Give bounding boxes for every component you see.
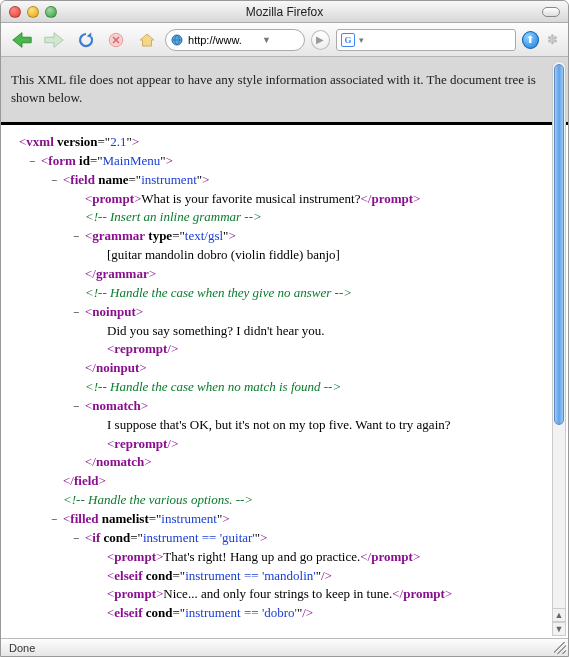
go-button[interactable]: ▶ [311,30,330,50]
status-text: Done [9,642,35,654]
url-bar[interactable]: ▼ [165,29,305,51]
field-close-tag: </field> [63,472,550,491]
xml-comment: <!-- Handle the case when no match is fo… [85,378,550,397]
expand-toggle[interactable]: − [73,305,83,321]
scroll-down-button[interactable]: ▼ [552,622,566,636]
grammar-open-tag: <grammar type="text/gsl"> [85,228,236,243]
activity-throbber: ✽ [545,32,560,48]
window-titlebar: Mozilla Firefox [1,1,568,23]
expand-toggle[interactable]: − [73,399,83,415]
if-open-tag: <if cond="instrument == 'guitar'"> [85,530,267,545]
prompt-line: <prompt>What is your favorite musical in… [85,190,550,209]
titlebar-pill-button[interactable] [542,7,560,17]
expand-toggle[interactable]: − [29,154,39,170]
home-button[interactable] [135,28,159,52]
expand-toggle[interactable]: − [73,531,83,547]
expand-toggle[interactable]: − [51,173,61,189]
search-dropdown-icon[interactable]: ▾ [359,35,369,45]
stop-icon [107,31,125,49]
xml-notice: This XML file does not appear to have an… [1,57,568,125]
prompt-line: <prompt>Boy, that's no fun to learn, is … [107,623,550,626]
xml-tree: − <vxml version="2.1"> − <form id="MainM… [1,125,550,626]
site-favicon [170,33,184,47]
form-open-tag: <form id="MainMenu"> [41,153,173,168]
reprompt-tag: <reprompt/> [107,340,550,359]
elseif-tag: <elseif cond="instrument == 'mandolin'"/… [107,567,550,586]
nomatch-text: I suppose that's OK, but it's not on my … [107,416,550,435]
xml-comment: <!-- Insert an inline grammar --> [85,208,550,227]
stop-button[interactable] [104,28,128,52]
url-input[interactable] [188,34,258,46]
grammar-text: [guitar mandolin dobro (violin fiddle) b… [107,246,550,265]
search-bar[interactable]: G ▾ [336,29,516,51]
scrollbar-thumb[interactable] [554,64,564,425]
xml-comment: <!-- Handle the various options. --> [63,491,550,510]
expand-toggle[interactable]: − [51,512,61,528]
grammar-close-tag: </grammar> [85,265,550,284]
url-dropdown-icon[interactable]: ▼ [262,35,276,45]
vertical-scrollbar[interactable] [552,61,566,618]
expand-toggle[interactable]: − [73,229,83,245]
throbber-icon: ✽ [547,32,558,47]
scroll-up-button[interactable]: ▲ [552,608,566,622]
status-bar: Done [1,638,568,656]
search-engine-icon[interactable]: G [341,33,355,47]
noinput-open-tag: <noinput> [85,304,143,319]
upload-indicator[interactable]: ⬆ [522,31,539,49]
window-title: Mozilla Firefox [1,5,568,19]
noinput-close-tag: </noinput> [85,359,550,378]
up-arrow-icon: ⬆ [526,34,534,45]
xml-comment: <!-- Handle the case when they give no a… [85,284,550,303]
forward-button[interactable] [41,28,67,52]
home-icon [138,31,156,49]
vxml-open-tag: <vxml version="2.1"> [19,134,139,149]
elseif-tag: <elseif cond="instrument == 'dobro'"/> [107,604,550,623]
expand-toggle[interactable]: − [1,135,3,151]
nomatch-open-tag: <nomatch> [85,398,148,413]
go-arrow-icon: ▶ [316,34,324,45]
reload-icon [77,31,95,49]
nomatch-close-tag: </nomatch> [85,453,550,472]
search-input[interactable] [373,34,511,46]
prompt-line: <prompt>Nice... and only four strings to… [107,585,550,604]
filled-open-tag: <filled namelist="instrument"> [63,511,230,526]
resize-grip[interactable] [554,642,566,654]
field-open-tag: <field name="instrument"> [63,172,209,187]
reload-button[interactable] [74,28,98,52]
back-arrow-icon [11,30,33,50]
reprompt-tag: <reprompt/> [107,435,550,454]
navigation-toolbar: ▼ ▶ G ▾ ⬆ ✽ [1,23,568,57]
noinput-text: Did you say something? I didn't hear you… [107,322,550,341]
forward-arrow-icon [43,30,65,50]
back-button[interactable] [9,28,35,52]
prompt-line: <prompt>That's right! Hang up and go pra… [107,548,550,567]
